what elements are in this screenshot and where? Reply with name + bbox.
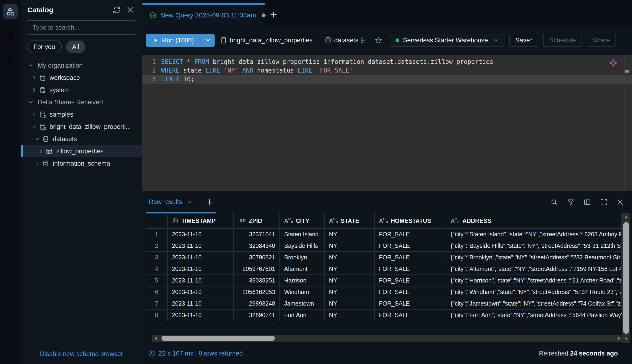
table-cell[interactable]: FOR_SALE xyxy=(375,298,446,310)
chevron-down-icon[interactable] xyxy=(30,123,38,131)
table-cell[interactable]: 2023-11-10 xyxy=(168,275,234,286)
table-cell[interactable]: 2023-11-10 xyxy=(168,310,234,321)
tree-item-system[interactable]: system xyxy=(21,84,142,96)
filter-for-you[interactable]: For you xyxy=(27,40,62,53)
disable-schema-browser-link[interactable]: Disable new schema browser xyxy=(40,350,123,358)
table-cell[interactable]: NY xyxy=(325,240,375,252)
table-cell[interactable]: 32890741 xyxy=(234,310,280,321)
table-cell[interactable]: Windham xyxy=(280,286,325,298)
column-header-city[interactable]: ABcCITY xyxy=(280,213,325,229)
chevron-down-icon[interactable] xyxy=(34,135,42,143)
table-cell[interactable]: {"city":"Harrison","state":"NY","streetA… xyxy=(446,275,622,286)
table-cell[interactable]: NY xyxy=(325,264,375,275)
close-results-button[interactable] xyxy=(615,197,625,207)
horizontal-scrollbar[interactable] xyxy=(152,335,622,342)
table-cell[interactable]: {"city":"Windham","state":"NY","streetAd… xyxy=(446,286,622,298)
row-number-cell[interactable]: 5 xyxy=(146,275,168,286)
chevron-right-icon[interactable] xyxy=(30,86,38,94)
table-cell[interactable]: {"city":"Bayside Hills","state":"NY","st… xyxy=(446,240,622,252)
table-cell[interactable]: FOR_SALE xyxy=(375,252,446,264)
table-cell[interactable]: Bayside Hills xyxy=(280,240,325,252)
table-cell[interactable]: 2023-11-10 xyxy=(168,252,234,264)
run-button[interactable]: Run (1000) xyxy=(146,34,201,47)
row-number-cell[interactable]: 7 xyxy=(146,298,168,310)
tree-item-information-schema[interactable]: information_schema xyxy=(21,158,142,170)
column-header-timestamp[interactable]: TIMESTAMP xyxy=(168,213,234,229)
column-header-rownum[interactable] xyxy=(146,213,168,229)
search-results-button[interactable] xyxy=(549,197,559,207)
close-sidebar-button[interactable] xyxy=(125,5,136,15)
column-header-homestatus[interactable]: ABcHOMESTATUS xyxy=(375,213,446,229)
table-cell[interactable]: Harrison xyxy=(280,275,325,286)
sql-code-editor[interactable]: 1SELECT * FROM bright_data_zillow_proper… xyxy=(142,55,632,191)
table-cell[interactable]: NY xyxy=(325,252,375,264)
table-cell[interactable]: {"city":"Brooklyn","state":"NY","streetA… xyxy=(446,252,622,264)
scroll-down-arrow-icon[interactable] xyxy=(622,335,630,343)
table-cell[interactable]: {"city":"Altamont","state":"NY","streetA… xyxy=(446,264,622,275)
table-cell[interactable]: 32084340 xyxy=(234,240,280,252)
table-cell[interactable]: FOR_SALE xyxy=(375,275,446,286)
raw-results-tab[interactable]: Raw results xyxy=(149,198,192,206)
column-header-zpid[interactable]: .00ZPID xyxy=(234,213,280,229)
run-options-button[interactable] xyxy=(201,34,215,47)
scroll-right-arrow-icon[interactable] xyxy=(615,336,622,341)
scroll-left-arrow-icon[interactable] xyxy=(152,336,160,341)
tree-item-workspace[interactable]: workspace xyxy=(21,72,142,84)
chevron-right-icon[interactable] xyxy=(34,160,42,168)
row-number-cell[interactable]: 1 xyxy=(146,229,168,240)
table-cell[interactable]: NY xyxy=(325,229,375,240)
table-cell[interactable]: 2023-11-10 xyxy=(168,240,234,252)
search-input[interactable] xyxy=(27,20,136,35)
chevron-down-icon[interactable] xyxy=(27,98,35,106)
kebab-menu-button[interactable] xyxy=(356,35,368,46)
refresh-button[interactable] xyxy=(112,5,122,15)
columns-panel-button[interactable] xyxy=(582,197,592,207)
chevron-right-icon[interactable] xyxy=(30,110,38,118)
table-cell[interactable]: NY xyxy=(325,286,375,298)
row-number-cell[interactable]: 6 xyxy=(146,286,168,298)
table-cell[interactable]: FOR_SALE xyxy=(375,240,446,252)
table-cell[interactable]: FOR_SALE xyxy=(375,229,446,240)
table-cell[interactable]: {"city":"Staten Island","state":"NY","st… xyxy=(446,229,622,240)
warehouse-selector[interactable]: Serverless Starter Warehouse xyxy=(390,34,505,47)
tree-item-zillow-properties[interactable]: zillow_properties xyxy=(21,145,142,158)
table-cell[interactable]: NY xyxy=(325,298,375,310)
tree-item-delta-shares-received[interactable]: Delta Shares Received xyxy=(21,96,142,108)
add-visualization-button[interactable] xyxy=(206,198,214,206)
tree-item-my-organization[interactable]: My organization xyxy=(21,59,142,72)
table-cell[interactable]: Jamestown xyxy=(280,298,325,310)
table-cell[interactable]: FOR_SALE xyxy=(375,310,446,321)
table-cell[interactable]: 2023-11-10 xyxy=(168,229,234,240)
table-cell[interactable]: FOR_SALE xyxy=(375,264,446,275)
table-cell[interactable]: 2056162053 xyxy=(234,286,280,298)
fullscreen-button[interactable] xyxy=(598,197,609,207)
row-number-cell[interactable]: 2 xyxy=(146,240,168,252)
code-line-2[interactable]: 2WHERE state LIKE 'NY' AND homestatus LI… xyxy=(142,66,632,75)
favorite-button[interactable] xyxy=(373,35,384,46)
table-cell[interactable]: 2023-11-10 xyxy=(168,286,234,298)
tree-item-bright-data-zillow-properti[interactable]: bright_data_zillow_properti... xyxy=(21,121,142,133)
chevron-right-icon[interactable] xyxy=(37,147,45,155)
assistant-rail-button[interactable] xyxy=(3,52,18,67)
table-cell[interactable]: 30790821 xyxy=(234,252,280,264)
tree-item-datasets[interactable]: datasets xyxy=(21,133,142,145)
table-cell[interactable]: 29893248 xyxy=(234,298,280,310)
code-line-3[interactable]: 3LIMIT 10; xyxy=(142,75,632,84)
table-cell[interactable]: 2023-11-10 xyxy=(168,264,234,275)
table-cell[interactable]: {"city":"Jamestown","state":"NY","street… xyxy=(446,298,622,310)
column-header-address[interactable]: ABcADDRESS xyxy=(446,213,622,229)
table-cell[interactable]: 33038251 xyxy=(234,275,280,286)
tree-item-samples[interactable]: samples xyxy=(21,108,142,121)
filter-all[interactable]: All xyxy=(66,40,85,53)
table-cell[interactable]: 2059767601 xyxy=(234,264,280,275)
scroll-up-arrow-icon[interactable] xyxy=(622,213,630,221)
query-tab[interactable]: New Query 2025-09-03 11:38am xyxy=(142,3,265,26)
history-rail-button[interactable] xyxy=(3,28,18,43)
table-cell[interactable]: Fort Ann xyxy=(280,310,325,321)
table-cell[interactable]: 32371041 xyxy=(234,229,280,240)
chevron-right-icon[interactable] xyxy=(30,74,38,82)
table-cell[interactable]: Altamont xyxy=(280,264,325,275)
horizontal-scrollbar-thumb[interactable] xyxy=(162,336,275,341)
catalog-schema-selector[interactable]: bright_data_zillow_properties... . datas… xyxy=(220,36,356,44)
code-line-1[interactable]: 1SELECT * FROM bright_data_zillow_proper… xyxy=(142,58,632,66)
